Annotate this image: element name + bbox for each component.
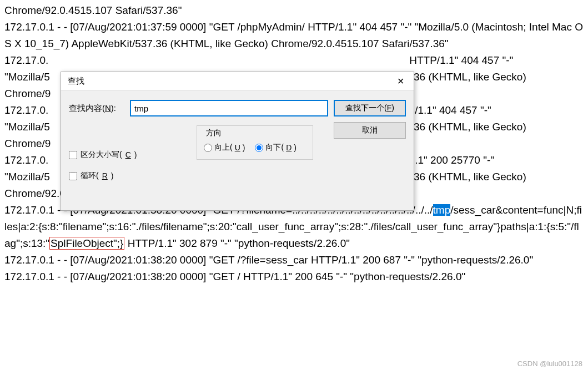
- find-next-button[interactable]: 查找下一个(F): [334, 100, 406, 116]
- log-line-part: .36 (KHTML, like Gecko): [411, 121, 526, 133]
- log-line: 172.17.0.1 - - [07/Aug/2021:01:37:59 000…: [4, 21, 583, 49]
- direction-legend: 方向: [204, 128, 306, 138]
- log-line-part: .1" 200 25770 "-": [415, 154, 494, 166]
- log-line-part: HTTP/1.1" 404 457 "-": [409, 54, 513, 66]
- find-dialog: 查找 ✕ 查找内容(N): 查找下一个(F) 方向 向上(U) 向下(D) 取消…: [61, 72, 414, 211]
- dialog-title: 查找: [68, 76, 84, 87]
- log-line-part: 172.17.0.: [4, 104, 48, 116]
- find-input[interactable]: [130, 100, 328, 116]
- annotated-text: SplFileObject";}: [49, 237, 124, 250]
- checkbox-wrap[interactable]: [69, 172, 77, 180]
- match-case-checkbox[interactable]: 区分大小写(C): [69, 150, 328, 160]
- log-line-part: .36 (KHTML, like Gecko): [411, 171, 526, 183]
- close-button[interactable]: ✕: [388, 73, 413, 90]
- wrap-checkbox[interactable]: 循环(R): [69, 171, 328, 181]
- log-line-part: "Mozilla/5: [4, 121, 50, 133]
- dialog-titlebar[interactable]: 查找 ✕: [61, 72, 414, 91]
- log-line: 172.17.0.1 - - [07/Aug/2021:01:38:20 000…: [4, 254, 533, 266]
- log-line-part: Chrome/9: [4, 88, 51, 99]
- watermark: CSDN @lulu001128: [517, 359, 582, 368]
- log-line-part: /1.1" 404 457 "-": [415, 104, 491, 116]
- checkbox-match-case[interactable]: [69, 151, 77, 159]
- log-line-part: 172.17.0.: [4, 154, 48, 166]
- log-line: 172.17.0.1 - - [07/Aug/2021:01:38:20 000…: [4, 271, 465, 282]
- log-line: Chrome/92.0.4515.107 Safari/537.36": [4, 4, 182, 16]
- find-content-label: 查找内容(N):: [69, 100, 124, 114]
- cancel-button[interactable]: 取消: [334, 122, 406, 139]
- log-line-part: HTTP/1.1" 302 879 "-" "python-requests/2…: [124, 237, 350, 249]
- log-line-part: .36 (KHTML, like Gecko): [411, 71, 526, 83]
- log-line-part: Chrome/9: [4, 138, 51, 149]
- search-highlight: tmp: [433, 204, 451, 216]
- log-line-part: 172.17.0.: [4, 54, 48, 66]
- log-line-part: "Mozilla/5: [4, 171, 50, 183]
- log-line-part: "Mozilla/5: [4, 71, 50, 83]
- close-icon: ✕: [397, 76, 404, 87]
